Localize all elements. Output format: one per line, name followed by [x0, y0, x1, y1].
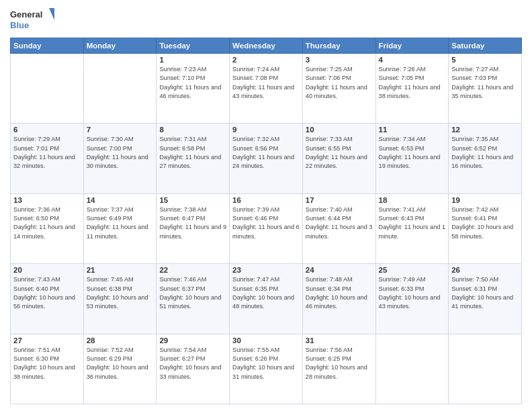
week-row-1: 1Sunrise: 7:23 AM Sunset: 7:10 PM Daylig…	[11, 54, 522, 124]
day-info: Sunrise: 7:35 AM Sunset: 6:52 PM Dayligh…	[451, 135, 519, 171]
day-number: 13	[13, 196, 81, 204]
day-number: 4	[379, 56, 446, 64]
day-cell: 23Sunrise: 7:47 AM Sunset: 6:35 PM Dayli…	[230, 264, 303, 334]
day-cell: 6Sunrise: 7:29 AM Sunset: 7:01 PM Daylig…	[11, 124, 84, 193]
day-info: Sunrise: 7:42 AM Sunset: 6:41 PM Dayligh…	[451, 205, 519, 241]
day-info: Sunrise: 7:27 AM Sunset: 7:03 PM Dayligh…	[451, 65, 519, 101]
day-cell: 29Sunrise: 7:54 AM Sunset: 6:27 PM Dayli…	[157, 334, 230, 404]
day-info: Sunrise: 7:47 AM Sunset: 6:35 PM Dayligh…	[232, 275, 300, 311]
day-info: Sunrise: 7:41 AM Sunset: 6:43 PM Dayligh…	[379, 205, 446, 241]
day-number: 22	[159, 266, 226, 274]
day-number: 3	[306, 56, 373, 64]
day-cell: 24Sunrise: 7:48 AM Sunset: 6:34 PM Dayli…	[302, 264, 375, 334]
day-info: Sunrise: 7:26 AM Sunset: 7:05 PM Dayligh…	[379, 65, 446, 101]
weekday-header-friday: Friday	[375, 38, 449, 54]
day-info: Sunrise: 7:45 AM Sunset: 6:38 PM Dayligh…	[87, 275, 154, 311]
day-cell: 14Sunrise: 7:37 AM Sunset: 6:49 PM Dayli…	[83, 193, 157, 263]
day-cell	[375, 334, 449, 404]
day-info: Sunrise: 7:31 AM Sunset: 6:58 PM Dayligh…	[159, 135, 226, 171]
day-info: Sunrise: 7:50 AM Sunset: 6:31 PM Dayligh…	[451, 275, 519, 311]
day-cell	[449, 334, 522, 404]
weekday-header-sunday: Sunday	[11, 38, 84, 54]
svg-text:Blue: Blue	[10, 20, 29, 30]
day-number: 23	[232, 266, 300, 274]
day-number: 12	[451, 126, 519, 134]
calendar-table: SundayMondayTuesdayWednesdayThursdayFrid…	[10, 38, 522, 404]
day-cell: 21Sunrise: 7:45 AM Sunset: 6:38 PM Dayli…	[83, 264, 157, 334]
day-number: 10	[306, 126, 373, 134]
logo: General Blue	[10, 7, 57, 32]
day-cell: 11Sunrise: 7:34 AM Sunset: 6:53 PM Dayli…	[375, 124, 449, 193]
day-info: Sunrise: 7:29 AM Sunset: 7:01 PM Dayligh…	[13, 135, 81, 171]
day-number: 1	[159, 56, 226, 64]
day-info: Sunrise: 7:46 AM Sunset: 6:37 PM Dayligh…	[159, 275, 226, 311]
day-cell: 4Sunrise: 7:26 AM Sunset: 7:05 PM Daylig…	[375, 54, 449, 124]
day-cell: 9Sunrise: 7:32 AM Sunset: 6:56 PM Daylig…	[230, 124, 303, 193]
week-row-2: 6Sunrise: 7:29 AM Sunset: 7:01 PM Daylig…	[11, 124, 522, 193]
day-info: Sunrise: 7:55 AM Sunset: 6:26 PM Dayligh…	[232, 346, 300, 381]
svg-text:General: General	[10, 9, 42, 19]
day-cell	[83, 54, 157, 124]
weekday-header-monday: Monday	[83, 38, 157, 54]
day-number: 25	[379, 266, 446, 274]
day-number: 7	[87, 126, 154, 134]
week-row-5: 27Sunrise: 7:51 AM Sunset: 6:30 PM Dayli…	[11, 334, 522, 404]
day-cell: 17Sunrise: 7:40 AM Sunset: 6:44 PM Dayli…	[302, 193, 375, 263]
day-info: Sunrise: 7:54 AM Sunset: 6:27 PM Dayligh…	[159, 346, 226, 381]
day-number: 15	[159, 196, 226, 204]
day-cell: 2Sunrise: 7:24 AM Sunset: 7:08 PM Daylig…	[230, 54, 303, 124]
day-cell: 18Sunrise: 7:41 AM Sunset: 6:43 PM Dayli…	[375, 193, 449, 263]
day-number: 14	[87, 196, 154, 204]
day-cell: 30Sunrise: 7:55 AM Sunset: 6:26 PM Dayli…	[230, 334, 303, 404]
day-cell: 19Sunrise: 7:42 AM Sunset: 6:41 PM Dayli…	[449, 193, 522, 263]
day-info: Sunrise: 7:25 AM Sunset: 7:06 PM Dayligh…	[306, 65, 373, 101]
day-cell: 13Sunrise: 7:36 AM Sunset: 6:50 PM Dayli…	[11, 193, 84, 263]
day-info: Sunrise: 7:51 AM Sunset: 6:30 PM Dayligh…	[13, 346, 81, 381]
week-row-3: 13Sunrise: 7:36 AM Sunset: 6:50 PM Dayli…	[11, 193, 522, 263]
day-cell: 27Sunrise: 7:51 AM Sunset: 6:30 PM Dayli…	[11, 334, 84, 404]
day-number: 11	[379, 126, 446, 134]
day-number: 28	[87, 336, 154, 345]
weekday-header-wednesday: Wednesday	[230, 38, 303, 54]
day-number: 6	[13, 126, 81, 134]
weekday-header-row: SundayMondayTuesdayWednesdayThursdayFrid…	[11, 38, 522, 54]
day-info: Sunrise: 7:37 AM Sunset: 6:49 PM Dayligh…	[87, 205, 154, 241]
weekday-header-tuesday: Tuesday	[157, 38, 230, 54]
day-info: Sunrise: 7:23 AM Sunset: 7:10 PM Dayligh…	[159, 65, 226, 101]
day-number: 20	[13, 266, 81, 274]
day-info: Sunrise: 7:36 AM Sunset: 6:50 PM Dayligh…	[13, 205, 81, 241]
day-cell: 22Sunrise: 7:46 AM Sunset: 6:37 PM Dayli…	[157, 264, 230, 334]
day-cell: 25Sunrise: 7:49 AM Sunset: 6:33 PM Dayli…	[375, 264, 449, 334]
day-cell: 8Sunrise: 7:31 AM Sunset: 6:58 PM Daylig…	[157, 124, 230, 193]
day-number: 26	[451, 266, 519, 274]
day-info: Sunrise: 7:56 AM Sunset: 6:25 PM Dayligh…	[306, 346, 373, 381]
weekday-header-saturday: Saturday	[449, 38, 522, 54]
day-number: 19	[451, 196, 519, 204]
day-info: Sunrise: 7:24 AM Sunset: 7:08 PM Dayligh…	[232, 65, 300, 101]
page: General Blue SundayMondayTuesdayWednesda…	[0, 0, 532, 411]
day-cell: 7Sunrise: 7:30 AM Sunset: 7:00 PM Daylig…	[83, 124, 157, 193]
day-cell: 12Sunrise: 7:35 AM Sunset: 6:52 PM Dayli…	[449, 124, 522, 193]
day-cell: 16Sunrise: 7:39 AM Sunset: 6:46 PM Dayli…	[230, 193, 303, 263]
day-number: 5	[451, 56, 519, 64]
day-info: Sunrise: 7:49 AM Sunset: 6:33 PM Dayligh…	[379, 275, 446, 311]
day-cell: 15Sunrise: 7:38 AM Sunset: 6:47 PM Dayli…	[157, 193, 230, 263]
day-cell: 10Sunrise: 7:33 AM Sunset: 6:55 PM Dayli…	[302, 124, 375, 193]
day-cell: 5Sunrise: 7:27 AM Sunset: 7:03 PM Daylig…	[449, 54, 522, 124]
day-info: Sunrise: 7:30 AM Sunset: 7:00 PM Dayligh…	[87, 135, 154, 171]
day-cell: 20Sunrise: 7:43 AM Sunset: 6:40 PM Dayli…	[11, 264, 84, 334]
day-info: Sunrise: 7:38 AM Sunset: 6:47 PM Dayligh…	[159, 205, 226, 241]
day-number: 17	[306, 196, 373, 204]
day-number: 16	[232, 196, 300, 204]
day-number: 2	[232, 56, 300, 64]
svg-marker-2	[49, 8, 54, 20]
day-info: Sunrise: 7:34 AM Sunset: 6:53 PM Dayligh…	[379, 135, 446, 171]
day-cell: 26Sunrise: 7:50 AM Sunset: 6:31 PM Dayli…	[449, 264, 522, 334]
day-cell: 28Sunrise: 7:52 AM Sunset: 6:29 PM Dayli…	[83, 334, 157, 404]
day-cell: 3Sunrise: 7:25 AM Sunset: 7:06 PM Daylig…	[302, 54, 375, 124]
week-row-4: 20Sunrise: 7:43 AM Sunset: 6:40 PM Dayli…	[11, 264, 522, 334]
day-info: Sunrise: 7:48 AM Sunset: 6:34 PM Dayligh…	[306, 275, 373, 311]
day-info: Sunrise: 7:39 AM Sunset: 6:46 PM Dayligh…	[232, 205, 300, 241]
day-number: 31	[306, 336, 373, 345]
day-number: 8	[159, 126, 226, 134]
